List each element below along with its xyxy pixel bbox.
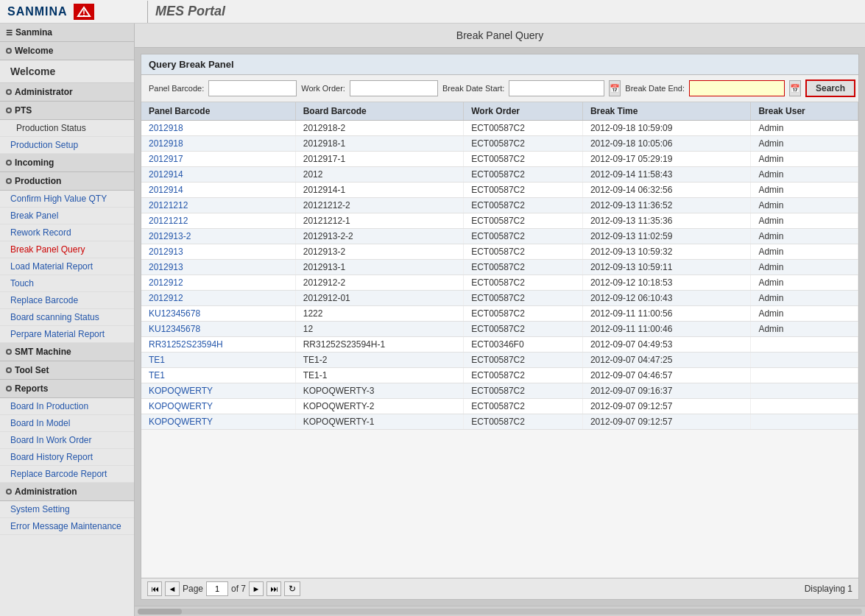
page-number-input[interactable] xyxy=(206,581,228,596)
cell-panel-barcode[interactable]: 2012913 xyxy=(141,260,295,275)
sidebar-item-board-in-model[interactable]: Board In Model xyxy=(0,415,134,432)
cell-break-user: Admin xyxy=(751,229,858,244)
col-board-barcode: Board Barcode xyxy=(295,102,463,121)
break-date-end-input[interactable] xyxy=(689,80,785,96)
cell-panel-barcode[interactable]: 2012913 xyxy=(141,244,295,260)
table-row: KU1234567812ECT00587C22012-09-11 11:00:4… xyxy=(141,322,858,337)
cell-board-barcode[interactable]: 20121212-1 xyxy=(295,213,463,229)
sidebar-item-break-panel[interactable]: Break Panel xyxy=(0,208,134,224)
cell-board-barcode[interactable]: 2012917-1 xyxy=(295,152,463,167)
cell-panel-barcode[interactable]: 2012914 xyxy=(141,167,295,183)
sidebar-section-administration[interactable]: Administration xyxy=(0,483,134,501)
cell-board-barcode[interactable]: 12 xyxy=(295,322,463,337)
sidebar-item-board-in-work-order[interactable]: Board In Work Order xyxy=(0,432,134,449)
sidebar-sanmina-label: Sanmina xyxy=(15,27,52,38)
sidebar-section-sanmina[interactable]: ☰ Sanmina xyxy=(0,24,134,42)
cell-break-user xyxy=(751,399,858,414)
cell-board-barcode[interactable]: KOPOQWERTY-2 xyxy=(295,399,463,414)
search-button[interactable]: Search xyxy=(805,79,855,97)
panel-barcode-label: Panel Barcode: xyxy=(149,84,204,93)
cell-board-barcode[interactable]: RR31252S23594H-1 xyxy=(295,337,463,353)
cell-board-barcode[interactable]: 2012912-01 xyxy=(295,291,463,306)
sidebar-section-pts[interactable]: PTS xyxy=(0,102,134,120)
sidebar-item-board-history-report[interactable]: Board History Report xyxy=(0,449,134,466)
cell-board-barcode[interactable]: 2012914-1 xyxy=(295,183,463,198)
cell-board-barcode[interactable]: 2012913-1 xyxy=(295,260,463,275)
cell-board-barcode[interactable]: KOPOQWERTY-3 xyxy=(295,383,463,399)
panel-barcode-input[interactable] xyxy=(208,80,297,96)
cell-panel-barcode[interactable]: 2012912 xyxy=(141,291,295,306)
cell-board-barcode[interactable]: 2012913-2 xyxy=(295,244,463,260)
cell-board-barcode[interactable]: TE1-1 xyxy=(295,368,463,383)
sidebar-item-replace-barcode[interactable]: Replace Barcode xyxy=(0,292,134,309)
cell-panel-barcode[interactable]: KU12345678 xyxy=(141,322,295,337)
sidebar-item-system-setting[interactable]: System Setting xyxy=(0,501,134,518)
cell-panel-barcode[interactable]: KOPOQWERTY xyxy=(141,399,295,414)
cell-panel-barcode[interactable]: KOPOQWERTY xyxy=(141,383,295,399)
cell-panel-barcode[interactable]: 2012918 xyxy=(141,121,295,136)
sidebar-section-smt-machine[interactable]: SMT Machine xyxy=(0,343,134,361)
cell-board-barcode[interactable]: 2012912-2 xyxy=(295,275,463,291)
prev-page-btn[interactable]: ◄ xyxy=(165,581,180,596)
cell-board-barcode[interactable]: 2012 xyxy=(295,167,463,183)
sidebar-section-reports[interactable]: Reports xyxy=(0,380,134,398)
cell-panel-barcode[interactable]: KU12345678 xyxy=(141,306,295,322)
sidebar-item-production-setup[interactable]: Production Setup xyxy=(0,137,134,154)
svg-point-2 xyxy=(83,15,85,16)
cell-panel-barcode[interactable]: TE1 xyxy=(141,368,295,383)
table-row: 2012121220121212-2ECT00587C22012-09-13 1… xyxy=(141,198,858,213)
sidebar-item-load-material-report[interactable]: Load Material Report xyxy=(0,258,134,275)
sidebar-section-tool-set[interactable]: Tool Set xyxy=(0,361,134,380)
cell-break-user xyxy=(751,368,858,383)
next-page-btn[interactable]: ► xyxy=(249,581,264,596)
first-page-btn[interactable]: ⏮ xyxy=(147,581,162,596)
cell-panel-barcode[interactable]: 2012913-2 xyxy=(141,229,295,244)
cell-panel-barcode[interactable]: KOPOQWERTY xyxy=(141,414,295,430)
sidebar-item-rework-record[interactable]: Rework Record xyxy=(0,224,134,241)
cell-board-barcode[interactable]: 2012913-2-2 xyxy=(295,229,463,244)
sidebar-item-prepare-material-report[interactable]: Perpare Material Report xyxy=(0,326,134,343)
sidebar-item-board-in-production[interactable]: Board In Production xyxy=(0,398,134,415)
cell-panel-barcode[interactable]: 20121212 xyxy=(141,213,295,229)
cell-work-order: ECT00346F0 xyxy=(464,337,583,353)
cell-work-order: ECT00587C2 xyxy=(464,121,583,136)
sidebar-item-break-panel-query[interactable]: Break Panel Query xyxy=(0,241,134,258)
cell-board-barcode[interactable]: 20121212-2 xyxy=(295,198,463,213)
break-date-start-input[interactable] xyxy=(509,80,604,96)
table-row: RR31252S23594HRR31252S23594H-1ECT00346F0… xyxy=(141,337,858,353)
sidebar-section-welcome[interactable]: Welcome xyxy=(0,42,134,60)
cell-board-barcode[interactable]: 2012918-1 xyxy=(295,136,463,152)
cell-panel-barcode[interactable]: RR31252S23594H xyxy=(141,337,295,353)
cell-board-barcode[interactable]: 1222 xyxy=(295,306,463,322)
sidebar-item-production-status[interactable]: Production Status xyxy=(0,120,134,137)
cell-board-barcode[interactable]: 2012918-2 xyxy=(295,121,463,136)
cell-panel-barcode[interactable]: 2012917 xyxy=(141,152,295,167)
table-row: 20129182012918-2ECT00587C22012-09-18 10:… xyxy=(141,121,858,136)
refresh-btn[interactable]: ↻ xyxy=(284,581,300,596)
cell-break-time: 2012-09-07 09:16:37 xyxy=(582,383,751,399)
sidebar-section-incoming[interactable]: Incoming xyxy=(0,154,134,172)
break-date-start-calendar-btn[interactable]: 📅 xyxy=(609,80,621,96)
work-order-input[interactable] xyxy=(350,80,438,96)
sidebar-item-board-scanning-status[interactable]: Board scanning Status xyxy=(0,309,134,326)
cell-panel-barcode[interactable]: 20121212 xyxy=(141,198,295,213)
sidebar-item-confirm-high-value[interactable]: Confirm High Value QTY xyxy=(0,191,134,208)
sidebar-item-welcome[interactable]: Welcome xyxy=(0,60,134,83)
cell-panel-barcode[interactable]: 2012914 xyxy=(141,183,295,198)
cell-board-barcode[interactable]: TE1-2 xyxy=(295,353,463,368)
cell-panel-barcode[interactable]: 2012912 xyxy=(141,275,295,291)
sidebar-administrator-label: Administrator xyxy=(15,87,73,97)
table-row: 20129132012913-1ECT00587C22012-09-13 10:… xyxy=(141,260,858,275)
sidebar-section-administrator[interactable]: Administrator xyxy=(0,83,134,102)
cell-panel-barcode[interactable]: 2012918 xyxy=(141,136,295,152)
break-date-end-calendar-btn[interactable]: 📅 xyxy=(789,80,801,96)
cell-panel-barcode[interactable]: TE1 xyxy=(141,353,295,368)
bottom-scrollbar[interactable] xyxy=(135,606,865,616)
sidebar-item-touch[interactable]: Touch xyxy=(0,275,134,292)
last-page-btn[interactable]: ⏭ xyxy=(266,581,281,596)
sidebar-item-replace-barcode-report[interactable]: Replace Barcode Report xyxy=(0,466,134,483)
sidebar-section-production[interactable]: Production xyxy=(0,172,134,191)
cell-break-user xyxy=(751,383,858,399)
sidebar-item-error-message-maintenance[interactable]: Error Message Maintenance xyxy=(0,518,134,535)
cell-board-barcode[interactable]: KOPOQWERTY-1 xyxy=(295,414,463,430)
